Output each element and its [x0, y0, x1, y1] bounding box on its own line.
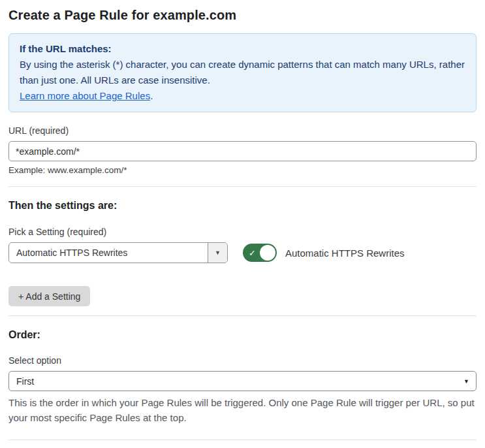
select-option-label: Select option: [8, 355, 477, 366]
setting-select-value: Automatic HTTPS Rewrites: [9, 243, 208, 263]
setting-select-arrow-button[interactable]: ▼: [208, 243, 227, 263]
link-suffix: .: [150, 90, 153, 101]
setting-row: Automatic HTTPS Rewrites ▼ ✓ Automatic H…: [8, 242, 477, 263]
check-icon: ✓: [249, 248, 256, 258]
order-section-heading: Order:: [8, 329, 477, 341]
url-input[interactable]: [8, 141, 477, 161]
info-box-body: By using the asterisk (*) character, you…: [20, 57, 465, 88]
order-select-value: First: [16, 376, 34, 387]
setting-toggle[interactable]: ✓: [243, 244, 277, 262]
url-field-label: URL (required): [8, 125, 477, 136]
add-setting-button[interactable]: + Add a Setting: [8, 286, 90, 306]
order-select[interactable]: First ▼: [8, 371, 477, 391]
create-page-rule-panel: Create a Page Rule for example.com If th…: [0, 0, 485, 448]
section-divider-2: [8, 315, 477, 316]
toggle-label: Automatic HTTPS Rewrites: [285, 248, 405, 259]
url-match-info-box: If the URL matches: By using the asteris…: [8, 33, 477, 112]
order-helper-text: This is the order in which your Page Rul…: [8, 396, 477, 425]
chevron-down-icon: ▼: [463, 378, 469, 385]
learn-more-link[interactable]: Learn more about Page Rules: [20, 90, 150, 101]
info-box-link-line: Learn more about Page Rules.: [20, 88, 465, 104]
page-title: Create a Page Rule for example.com: [8, 8, 477, 23]
footer-divider: [8, 440, 477, 440]
chevron-down-icon: ▼: [215, 249, 221, 256]
toggle-knob: [260, 245, 275, 261]
setting-select[interactable]: Automatic HTTPS Rewrites ▼: [8, 242, 228, 263]
url-example-helper: Example: www.example.com/*: [8, 165, 477, 175]
pick-setting-label: Pick a Setting (required): [8, 227, 477, 237]
section-divider: [8, 186, 477, 187]
settings-section-heading: Then the settings are:: [8, 200, 477, 212]
info-box-heading: If the URL matches:: [20, 41, 465, 57]
